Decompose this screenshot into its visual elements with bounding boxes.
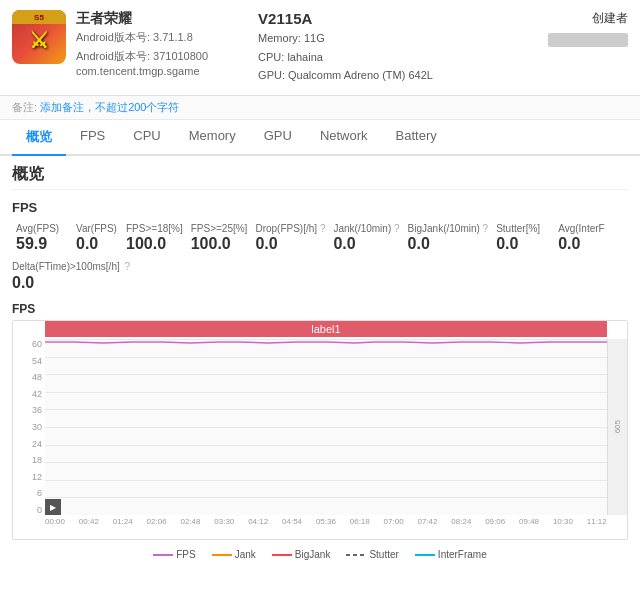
metric-value-interframe: 0.0	[558, 235, 610, 253]
metric-fps25: FPS>=25[%] 100.0	[187, 223, 252, 253]
note-prefix: 备注:	[12, 101, 40, 113]
header: S5 ⚔ 王者荣耀 Android版本号: 3.71.1.8 Android版本…	[0, 0, 640, 96]
metric-label-fps18: FPS>=18[%]	[126, 223, 183, 234]
x-label-0618: 06:18	[350, 517, 370, 526]
question-icon-delta[interactable]: ?	[125, 261, 131, 272]
x-label-0124: 01:24	[113, 517, 133, 526]
x-label-0906: 09:06	[485, 517, 505, 526]
chart-legend-row: FPS Jank BigJank Stutter InterFrame	[0, 544, 640, 568]
x-label-0824: 08:24	[451, 517, 471, 526]
x-label-0330: 03:30	[214, 517, 234, 526]
x-label-0412: 04:12	[248, 517, 268, 526]
app-name: 王者荣耀	[76, 10, 208, 28]
delta-value: 0.0	[12, 274, 628, 292]
chart-right-text: 605	[613, 420, 622, 433]
metrics-row: Avg(FPS) 59.9 Var(FPS) 0.0 FPS>=18[%] 10…	[0, 219, 640, 255]
x-label-0948: 09:48	[519, 517, 539, 526]
metric-label-drop-fps: Drop(FPS)[/h] ?	[255, 223, 325, 234]
y-label-60: 60	[32, 339, 42, 349]
y-label-54: 54	[32, 356, 42, 366]
y-label-30: 30	[32, 422, 42, 432]
question-icon-bigjank[interactable]: ?	[483, 223, 489, 234]
note-bar: 备注: 添加备注，不超过200个字符	[0, 96, 640, 120]
legend-interframe: InterFrame	[415, 549, 487, 560]
metric-label-avg-fps: Avg(FPS)	[16, 223, 68, 234]
creator-label: 创建者	[548, 10, 628, 27]
fps-chart-svg	[45, 339, 607, 515]
x-label-0742: 07:42	[417, 517, 437, 526]
metric-jank: Jank(/10min) ? 0.0	[329, 223, 403, 253]
device-info: V2115A Memory: 11G CPU: lahaina GPU: Qua…	[258, 10, 548, 85]
metric-value-jank: 0.0	[333, 235, 399, 253]
metric-value-bigjank: 0.0	[408, 235, 489, 253]
device-gpu: GPU: Qualcomm Adreno (TM) 642L	[258, 66, 548, 85]
metric-label-bigjank: BigJank(/10min) ?	[408, 223, 489, 234]
tab-bar: 概览 FPS CPU Memory GPU Network Battery	[0, 120, 640, 156]
tab-memory[interactable]: Memory	[175, 120, 250, 156]
y-label-6: 6	[37, 488, 42, 498]
app-info: 王者荣耀 Android版本号: 3.71.1.8 Android版本号: 37…	[76, 10, 208, 77]
add-note-link[interactable]: 添加备注，不超过200个字符	[40, 101, 179, 113]
tab-gpu[interactable]: GPU	[250, 120, 306, 156]
chart-plot-area[interactable]	[45, 339, 607, 515]
x-label-1030: 10:30	[553, 517, 573, 526]
x-label-0206: 02:06	[147, 517, 167, 526]
metric-drop-fps: Drop(FPS)[/h] ? 0.0	[251, 223, 329, 253]
fps-polyline	[45, 342, 607, 343]
metric-value-fps25: 100.0	[191, 235, 248, 253]
metric-var-fps: Var(FPS) 0.0	[72, 223, 122, 253]
metric-fps18: FPS>=18[%] 100.0	[122, 223, 187, 253]
x-label-0000: 00:00	[45, 517, 65, 526]
x-label-0042: 00:42	[79, 517, 99, 526]
metric-label-stutter: Stutter[%]	[496, 223, 550, 234]
y-label-36: 36	[32, 405, 42, 415]
metric-value-avg-fps: 59.9	[16, 235, 68, 253]
chart-legend-bar: label1	[45, 321, 607, 337]
y-label-12: 12	[32, 472, 42, 482]
tab-cpu[interactable]: CPU	[119, 120, 174, 156]
chart-x-axis: 00:00 00:42 01:24 02:06 02:48 03:30 04:1…	[45, 515, 607, 537]
metric-avg-fps: Avg(FPS) 59.9	[12, 223, 72, 253]
y-label-24: 24	[32, 439, 42, 449]
metric-label-var-fps: Var(FPS)	[76, 223, 118, 234]
metric-stutter: Stutter[%] 0.0	[492, 223, 554, 253]
question-icon-jank[interactable]: ?	[394, 223, 400, 234]
legend-jank: Jank	[212, 549, 256, 560]
tab-fps[interactable]: FPS	[66, 120, 119, 156]
tab-battery[interactable]: Battery	[382, 120, 451, 156]
metric-value-stutter: 0.0	[496, 235, 550, 253]
chart-title: FPS	[12, 302, 628, 316]
y-label-48: 48	[32, 372, 42, 382]
page-title: 概览	[0, 156, 640, 189]
y-label-18: 18	[32, 455, 42, 465]
tab-network[interactable]: Network	[306, 120, 382, 156]
tab-overview[interactable]: 概览	[12, 120, 66, 156]
question-icon-drop[interactable]: ?	[320, 223, 326, 234]
x-label-0454: 04:54	[282, 517, 302, 526]
metric-label-fps25: FPS>=25[%]	[191, 223, 248, 234]
chart-right-panel: 605	[607, 339, 627, 515]
metric-label-interframe: Avg(InterF	[558, 223, 610, 234]
y-label-42: 42	[32, 389, 42, 399]
fps-section-title: FPS	[0, 190, 640, 219]
metric-value-var-fps: 0.0	[76, 235, 118, 253]
chart-y-axis: 60 54 48 42 36 30 24 18 12 6 0	[13, 339, 45, 515]
metric-value-fps18: 100.0	[126, 235, 183, 253]
delta-label: Delta(FTime)>100ms[/h] ?	[12, 261, 628, 272]
package-name: com.tencent.tmgp.sgame	[76, 65, 208, 77]
delta-row: Delta(FTime)>100ms[/h] ? 0.0	[0, 255, 640, 294]
device-cpu: CPU: lahaina	[258, 48, 548, 67]
metric-value-drop-fps: 0.0	[255, 235, 325, 253]
creator-section: 创建者	[548, 10, 628, 47]
android-version: Android版本号: 3.71.1.8	[76, 28, 208, 47]
app-icon: S5 ⚔	[12, 10, 66, 64]
metric-bigjank: BigJank(/10min) ? 0.0	[404, 223, 493, 253]
chart-play-button[interactable]: ▶	[45, 499, 61, 515]
legend-fps: FPS	[153, 549, 195, 560]
legend-bigjank: BigJank	[272, 549, 331, 560]
metric-interframe: Avg(InterF 0.0	[554, 223, 614, 253]
x-label-0700: 07:00	[384, 517, 404, 526]
chart-container: label1 60 54 48 42 36 30 24 18 12 6 0	[12, 320, 628, 540]
x-label-1112: 11:12	[587, 517, 607, 526]
x-label-0248: 02:48	[180, 517, 200, 526]
